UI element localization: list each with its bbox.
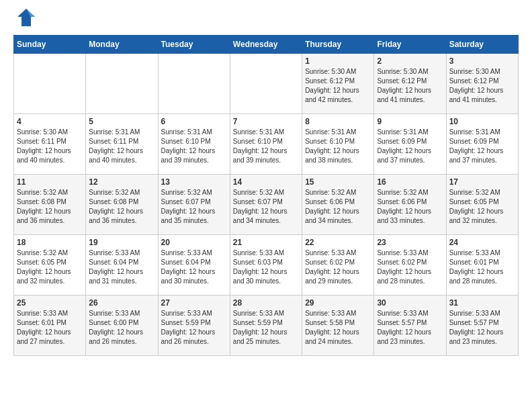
day-number: 22: [305, 238, 371, 247]
day-info: Sunrise: 5:32 AM Sunset: 6:07 PM Dayligh…: [233, 188, 299, 226]
week-row-3: 11Sunrise: 5:32 AM Sunset: 6:08 PM Dayli…: [14, 174, 519, 234]
day-info: Sunrise: 5:33 AM Sunset: 6:04 PM Dayligh…: [161, 248, 227, 286]
day-info: Sunrise: 5:30 AM Sunset: 6:12 PM Dayligh…: [305, 67, 371, 105]
day-info: Sunrise: 5:31 AM Sunset: 6:10 PM Dayligh…: [233, 128, 299, 165]
day-cell: 29Sunrise: 5:33 AM Sunset: 5:58 PM Dayli…: [302, 295, 374, 355]
day-info: Sunrise: 5:32 AM Sunset: 6:05 PM Dayligh…: [17, 248, 83, 286]
day-number: 1: [305, 56, 371, 66]
day-cell: 19Sunrise: 5:33 AM Sunset: 6:04 PM Dayli…: [86, 234, 158, 295]
day-info: Sunrise: 5:31 AM Sunset: 6:09 PM Dayligh…: [377, 128, 443, 165]
day-info: Sunrise: 5:32 AM Sunset: 6:08 PM Dayligh…: [89, 188, 154, 226]
day-number: 14: [233, 177, 299, 187]
logo: [13, 13, 36, 28]
calendar-table: SundayMondayTuesdayWednesdayThursdayFrid…: [13, 35, 519, 356]
day-info: Sunrise: 5:33 AM Sunset: 5:59 PM Dayligh…: [161, 309, 227, 347]
week-row-1: 1Sunrise: 5:30 AM Sunset: 6:12 PM Daylig…: [14, 53, 519, 113]
svg-marker-0: [17, 9, 35, 26]
day-cell: 18Sunrise: 5:32 AM Sunset: 6:05 PM Dayli…: [14, 234, 86, 295]
header-wednesday: Wednesday: [230, 35, 302, 53]
day-cell: 30Sunrise: 5:33 AM Sunset: 5:57 PM Dayli…: [374, 295, 446, 355]
day-info: Sunrise: 5:33 AM Sunset: 6:01 PM Dayligh…: [449, 248, 515, 286]
day-info: Sunrise: 5:32 AM Sunset: 6:07 PM Dayligh…: [161, 188, 227, 226]
day-number: 8: [305, 117, 371, 126]
header-tuesday: Tuesday: [158, 35, 230, 53]
day-cell: 8Sunrise: 5:31 AM Sunset: 6:10 PM Daylig…: [302, 113, 374, 174]
header-thursday: Thursday: [302, 35, 374, 53]
day-number: 20: [161, 238, 227, 247]
day-number: 3: [449, 56, 515, 66]
day-cell: 11Sunrise: 5:32 AM Sunset: 6:08 PM Dayli…: [14, 174, 86, 234]
week-row-4: 18Sunrise: 5:32 AM Sunset: 6:05 PM Dayli…: [14, 234, 519, 295]
day-cell: 24Sunrise: 5:33 AM Sunset: 6:01 PM Dayli…: [446, 234, 518, 295]
day-cell: 16Sunrise: 5:32 AM Sunset: 6:06 PM Dayli…: [374, 174, 446, 234]
day-cell: [158, 53, 230, 113]
day-number: 19: [89, 238, 154, 247]
day-number: 16: [377, 177, 443, 187]
day-number: 18: [17, 238, 83, 247]
day-number: 31: [449, 298, 515, 308]
day-cell: 23Sunrise: 5:33 AM Sunset: 6:02 PM Dayli…: [374, 234, 446, 295]
day-cell: 17Sunrise: 5:32 AM Sunset: 6:05 PM Dayli…: [446, 174, 518, 234]
day-cell: 21Sunrise: 5:33 AM Sunset: 6:03 PM Dayli…: [230, 234, 302, 295]
day-cell: 14Sunrise: 5:32 AM Sunset: 6:07 PM Dayli…: [230, 174, 302, 234]
day-number: 7: [233, 117, 299, 126]
week-row-2: 4Sunrise: 5:30 AM Sunset: 6:11 PM Daylig…: [14, 113, 519, 174]
day-number: 23: [377, 238, 443, 247]
day-info: Sunrise: 5:31 AM Sunset: 6:09 PM Dayligh…: [449, 128, 515, 165]
day-cell: 7Sunrise: 5:31 AM Sunset: 6:10 PM Daylig…: [230, 113, 302, 174]
day-info: Sunrise: 5:33 AM Sunset: 5:57 PM Dayligh…: [449, 309, 515, 347]
day-info: Sunrise: 5:33 AM Sunset: 5:58 PM Dayligh…: [305, 309, 371, 347]
day-number: 11: [17, 177, 83, 187]
day-cell: 10Sunrise: 5:31 AM Sunset: 6:09 PM Dayli…: [446, 113, 518, 174]
day-number: 17: [449, 177, 515, 187]
day-cell: 31Sunrise: 5:33 AM Sunset: 5:57 PM Dayli…: [446, 295, 518, 355]
day-cell: 15Sunrise: 5:32 AM Sunset: 6:06 PM Dayli…: [302, 174, 374, 234]
day-cell: 2Sunrise: 5:30 AM Sunset: 6:12 PM Daylig…: [374, 53, 446, 113]
day-cell: [14, 53, 86, 113]
day-number: 29: [305, 298, 371, 308]
day-info: Sunrise: 5:33 AM Sunset: 5:57 PM Dayligh…: [377, 309, 443, 347]
day-info: Sunrise: 5:32 AM Sunset: 6:05 PM Dayligh…: [449, 188, 515, 226]
day-cell: 9Sunrise: 5:31 AM Sunset: 6:09 PM Daylig…: [374, 113, 446, 174]
day-info: Sunrise: 5:30 AM Sunset: 6:11 PM Dayligh…: [17, 128, 83, 165]
day-info: Sunrise: 5:32 AM Sunset: 6:06 PM Dayligh…: [377, 188, 443, 226]
day-cell: 6Sunrise: 5:31 AM Sunset: 6:10 PM Daylig…: [158, 113, 230, 174]
day-cell: 22Sunrise: 5:33 AM Sunset: 6:02 PM Dayli…: [302, 234, 374, 295]
day-info: Sunrise: 5:32 AM Sunset: 6:08 PM Dayligh…: [17, 188, 83, 226]
week-row-5: 25Sunrise: 5:33 AM Sunset: 6:01 PM Dayli…: [14, 295, 519, 355]
day-number: 12: [89, 177, 154, 187]
day-info: Sunrise: 5:33 AM Sunset: 6:04 PM Dayligh…: [89, 248, 154, 286]
day-number: 13: [161, 177, 227, 187]
day-cell: 26Sunrise: 5:33 AM Sunset: 6:00 PM Dayli…: [86, 295, 158, 355]
day-cell: 25Sunrise: 5:33 AM Sunset: 6:01 PM Dayli…: [14, 295, 86, 355]
day-number: 28: [233, 298, 299, 308]
day-info: Sunrise: 5:31 AM Sunset: 6:10 PM Dayligh…: [305, 128, 371, 165]
day-cell: 20Sunrise: 5:33 AM Sunset: 6:04 PM Dayli…: [158, 234, 230, 295]
page-header: [13, 13, 519, 28]
day-cell: [86, 53, 158, 113]
day-info: Sunrise: 5:33 AM Sunset: 6:02 PM Dayligh…: [377, 248, 443, 286]
day-number: 24: [449, 238, 515, 247]
day-info: Sunrise: 5:30 AM Sunset: 6:12 PM Dayligh…: [377, 67, 443, 105]
day-cell: 5Sunrise: 5:31 AM Sunset: 6:11 PM Daylig…: [86, 113, 158, 174]
day-cell: 27Sunrise: 5:33 AM Sunset: 5:59 PM Dayli…: [158, 295, 230, 355]
calendar-header-row: SundayMondayTuesdayWednesdayThursdayFrid…: [14, 35, 519, 53]
day-number: 30: [377, 298, 443, 308]
day-cell: [230, 53, 302, 113]
day-number: 4: [17, 117, 83, 126]
day-number: 9: [377, 117, 443, 126]
day-info: Sunrise: 5:33 AM Sunset: 6:02 PM Dayligh…: [305, 248, 371, 286]
logo-icon: [16, 7, 36, 28]
day-info: Sunrise: 5:32 AM Sunset: 6:06 PM Dayligh…: [305, 188, 371, 226]
header-sunday: Sunday: [14, 35, 86, 53]
day-cell: 12Sunrise: 5:32 AM Sunset: 6:08 PM Dayli…: [86, 174, 158, 234]
day-number: 27: [161, 298, 227, 308]
day-cell: 3Sunrise: 5:30 AM Sunset: 6:12 PM Daylig…: [446, 53, 518, 113]
day-number: 6: [161, 117, 227, 126]
day-info: Sunrise: 5:31 AM Sunset: 6:11 PM Dayligh…: [89, 128, 154, 165]
header-friday: Friday: [374, 35, 446, 53]
day-info: Sunrise: 5:33 AM Sunset: 6:01 PM Dayligh…: [17, 309, 83, 347]
day-info: Sunrise: 5:33 AM Sunset: 5:59 PM Dayligh…: [233, 309, 299, 347]
day-info: Sunrise: 5:30 AM Sunset: 6:12 PM Dayligh…: [449, 67, 515, 105]
day-info: Sunrise: 5:33 AM Sunset: 6:03 PM Dayligh…: [233, 248, 299, 286]
